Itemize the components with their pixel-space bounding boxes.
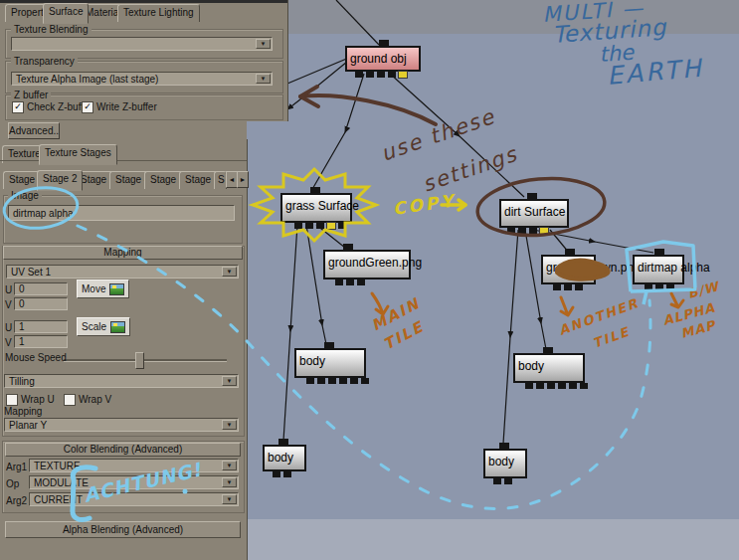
yellow-port — [399, 72, 407, 78]
node-label: body — [268, 451, 293, 465]
ports-bottom[interactable] — [553, 284, 583, 290]
scale-button[interactable]: Scale — [77, 317, 130, 336]
arg2-value: CURRENT — [34, 494, 83, 505]
node-ground-brown[interactable]: groundBrown.png — [541, 255, 596, 284]
node-body-4[interactable]: body — [483, 449, 527, 478]
wrap-u-label: Wrap U — [21, 394, 55, 405]
chevron-down-icon[interactable]: ▼ — [222, 494, 237, 504]
tab-stage-2[interactable]: Stage 2 — [37, 170, 83, 191]
port-top[interactable] — [565, 249, 575, 255]
port-top[interactable] — [379, 40, 389, 46]
chevron-down-icon[interactable]: ▼ — [222, 461, 237, 470]
port-top[interactable] — [324, 342, 334, 348]
chevron-down-icon[interactable]: ▼ — [256, 39, 271, 49]
op-label: Op — [6, 478, 19, 489]
port-top[interactable] — [278, 439, 288, 445]
check-zbuff-checkbox[interactable]: ✓ — [12, 101, 24, 113]
tiling-select[interactable]: Tilling ▼ — [4, 374, 239, 388]
port-top[interactable] — [310, 187, 320, 193]
mapping-header: Mapping — [3, 246, 243, 260]
port-top[interactable] — [527, 193, 537, 199]
color-blending-header: Color Blending (Advanced) — [5, 443, 241, 457]
node-label: body — [518, 359, 544, 373]
move-button-label: Move — [82, 283, 105, 294]
zbuffer-label: Z buffer — [11, 90, 51, 100]
node-ground-green[interactable]: groundGreen.png — [323, 250, 411, 280]
mouse-speed-label: Mouse Speed — [5, 352, 67, 363]
arg2-select[interactable]: CURRENT ▼ — [29, 492, 239, 506]
ports-bottom[interactable] — [493, 478, 512, 484]
tab-texture-lighting[interactable]: Texture Lighting — [117, 4, 200, 22]
uv-set-value: UV Set 1 — [11, 267, 51, 278]
ports-bottom[interactable] — [294, 223, 346, 229]
ports-bottom[interactable] — [645, 284, 674, 290]
move-button[interactable]: Move — [77, 280, 129, 298]
texture-preview-icon — [110, 321, 125, 333]
tab-texture-stages[interactable]: Texture Stages — [39, 144, 117, 165]
wrap-u-checkbox[interactable] — [6, 394, 18, 406]
chevron-down-icon[interactable]: ▼ — [222, 376, 237, 386]
port-top[interactable] — [343, 244, 353, 250]
node-dirtmap-alpha[interactable]: dirtmap alpha — [633, 255, 684, 284]
ports-bottom[interactable] — [507, 228, 548, 234]
arg1-select[interactable]: TEXTURE ▼ — [29, 459, 239, 472]
write-zbuffer-label: Write Z-buffer — [96, 101, 157, 112]
arg1-label: Arg1 — [6, 462, 27, 472]
med-editor-window: ground obj grass Surface groundGreen.png… — [0, 0, 739, 560]
transparency-value: Texture Alpha Image (last stage) — [16, 74, 158, 85]
node-body-1[interactable]: body — [294, 348, 366, 378]
alpha-blending-header[interactable]: Alpha Blending (Advanced) — [5, 521, 241, 538]
node-label: dirt Surface — [504, 205, 565, 219]
move-v-field[interactable]: 0 — [14, 297, 68, 310]
ports-bottom[interactable] — [355, 72, 407, 78]
mouse-speed-slider-track[interactable] — [64, 359, 227, 362]
image-field[interactable]: dirtmap alpha — [8, 205, 235, 221]
arg2-label: Arg2 — [6, 495, 27, 506]
port-top[interactable] — [654, 249, 664, 255]
texture-preview-icon — [109, 283, 124, 295]
tiling-value: Tilling — [9, 376, 35, 387]
advanced-button[interactable]: Advanced.. — [8, 122, 60, 139]
move-u-field[interactable]: 0 — [14, 282, 68, 295]
tab-surface[interactable]: Surface — [43, 3, 89, 24]
node-label: groundBrown.png — [546, 261, 641, 275]
scale-u-value: 1 — [19, 321, 25, 332]
scale-v-field[interactable]: 1 — [14, 335, 68, 348]
chevron-down-icon[interactable]: ▼ — [222, 420, 237, 430]
ports-bottom[interactable] — [306, 378, 369, 384]
check-zbuff-label: Check Z-buff — [27, 101, 84, 112]
transparency-select[interactable]: Texture Alpha Image (last stage) ▼ — [11, 72, 273, 86]
move-u-value: 0 — [19, 283, 25, 294]
node-label: dirtmap alpha — [638, 261, 710, 275]
wrap-v-checkbox[interactable] — [64, 394, 76, 406]
op-value: MODULATE — [34, 477, 89, 488]
move-v-value: 0 — [19, 298, 25, 309]
node-dirt-surface[interactable]: dirt Surface — [499, 199, 569, 228]
node-body-3[interactable]: body — [263, 445, 306, 471]
stage-tabs-scroll-right[interactable]: ► — [237, 171, 249, 188]
op-select[interactable]: MODULATE ▼ — [29, 475, 239, 489]
move-v-label: V — [5, 299, 12, 310]
node-body-2[interactable]: body — [513, 353, 585, 383]
mapping-mode-select[interactable]: Planar Y ▼ — [4, 418, 239, 432]
port-top[interactable] — [499, 443, 509, 449]
node-grass-surface[interactable]: grass Surface — [280, 193, 352, 223]
scale-u-field[interactable]: 1 — [14, 320, 68, 333]
scale-u-label: U — [5, 322, 12, 333]
ports-bottom[interactable] — [335, 280, 365, 285]
mouse-speed-slider-thumb[interactable] — [135, 352, 144, 369]
ports-bottom[interactable] — [273, 471, 291, 477]
image-label: Image — [8, 190, 42, 201]
yellow-port — [327, 223, 335, 229]
yellow-port — [540, 228, 548, 234]
ports-bottom[interactable] — [525, 383, 588, 389]
chevron-down-icon[interactable]: ▼ — [222, 267, 237, 277]
port-top[interactable] — [543, 347, 553, 353]
chevron-down-icon[interactable]: ▼ — [222, 477, 237, 487]
uv-set-select[interactable]: UV Set 1 ▼ — [6, 265, 239, 279]
chevron-down-icon[interactable]: ▼ — [256, 74, 271, 84]
mapping-mode-label: Mapping — [4, 406, 42, 417]
node-ground-obj[interactable]: ground obj — [345, 46, 421, 72]
texture-blending-select[interactable]: ▼ — [11, 37, 273, 51]
write-zbuffer-checkbox[interactable]: ✓ — [82, 101, 93, 113]
